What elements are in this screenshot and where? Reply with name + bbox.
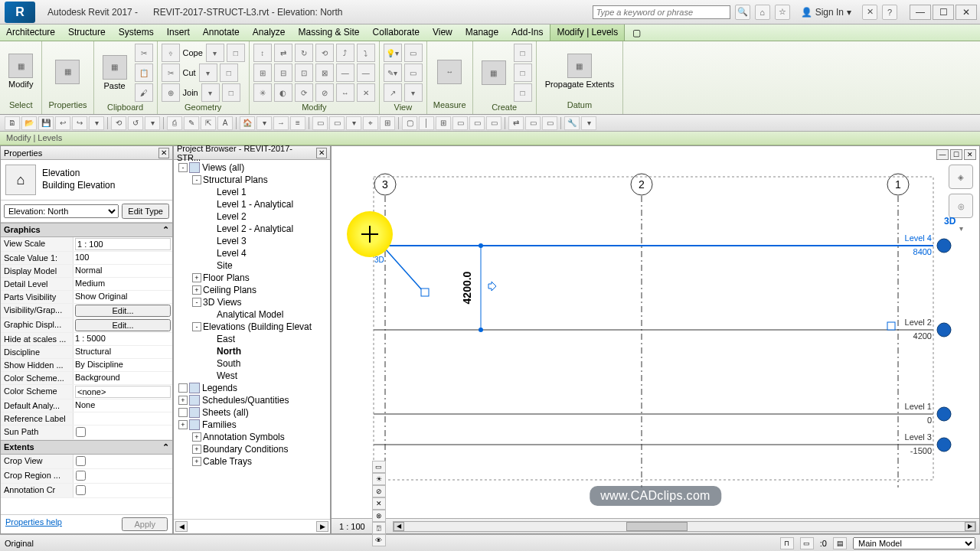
tree-item-level-2-analytical[interactable]: Level 2 - Analytical [175,223,328,235]
measure-button[interactable]: ↔ [432,57,467,86]
ribbon-tool-button[interactable]: ⟳ [295,83,313,102]
tree-item-east[interactable]: East [175,333,328,345]
instance-selector[interactable]: Elevation: North [4,204,119,218]
search-input[interactable] [593,5,730,19]
ribbon-tool-button[interactable]: — [336,64,354,82]
type-selector[interactable]: ⌂ Elevation Building Elevation [1,160,172,201]
properties-button[interactable]: ▦ [50,57,85,86]
ribbon-small-button[interactable]: ▾ [206,44,224,62]
tree-toggle-icon[interactable]: + [192,285,201,295]
tree-item-site[interactable]: Site [175,259,328,272]
prop-edit-button[interactable]: Edit... [75,319,171,331]
qat-button[interactable]: ▾ [346,116,361,130]
tree-item-level-4[interactable]: Level 4 [175,247,328,259]
minimize-button[interactable]: — [910,5,931,20]
tab-architecture[interactable]: Architecture [0,24,62,41]
tree-item-west[interactable]: West [175,370,328,382]
qat-button[interactable]: ▢ [402,116,417,130]
prop-value[interactable]: 1 : 5000 [74,333,172,345]
prop-checkbox[interactable] [76,485,86,495]
viewbar-button[interactable]: ☀ [372,473,386,485]
qat-button[interactable]: ▾ [581,116,596,130]
ribbon-small-button[interactable]: □ [514,83,532,102]
qat-button[interactable]: ▭ [486,116,501,130]
qat-button[interactable]: A [217,116,233,130]
prop-value[interactable]: By Discipline [74,359,172,371]
tree-item-south[interactable]: South [175,357,328,370]
ribbon-small-button[interactable]: ▾ [199,64,217,82]
ribbon-small-button[interactable]: □ [227,44,245,62]
ribbon-tool-button[interactable]: — [357,64,375,82]
browser-close-icon[interactable]: ✕ [316,148,327,158]
ribbon-tool-button[interactable]: ⤴ [336,44,354,62]
qat-button[interactable]: 🏠 [240,116,255,130]
qat-button[interactable]: ⊞ [436,116,451,130]
view-scale[interactable]: 1 : 100 [335,522,370,531]
prop-checkbox[interactable] [76,427,86,437]
scroll-right-icon[interactable]: ▶ [965,522,975,531]
ribbon-small-button[interactable]: ↗ [384,83,402,102]
maximize-button[interactable]: ☐ [933,5,954,20]
prop-value[interactable]: Edit... [74,304,172,318]
ribbon-tool-button[interactable]: ↔ [336,83,354,102]
ribbon-small-button[interactable]: ▾ [404,83,423,102]
qat-button[interactable]: ✎ [184,116,199,130]
ribbon-tool-button[interactable]: ⇄ [274,44,292,62]
tree-toggle-icon[interactable]: - [192,175,201,184]
apply-button[interactable]: Apply [122,517,168,531]
tree-item-north[interactable]: North [175,345,328,357]
qat-button[interactable]: ↩ [55,116,70,130]
qat-button[interactable]: ▭ [469,116,485,130]
viewbar-button[interactable]: ⍰ [372,522,386,534]
tree-item-level-2[interactable]: Level 2 [175,210,328,223]
prop-value[interactable] [74,237,172,251]
qat-button[interactable]: 🗎 [5,116,20,130]
horizontal-scrollbar[interactable]: ◀ ▶ [393,521,976,532]
qat-button[interactable]: ▭ [452,116,468,130]
qat-button[interactable]: ⟲ [111,116,126,130]
create-button[interactable]: ▦ [476,58,511,87]
qat-button[interactable]: ▭ [312,116,328,130]
prop-group-extents[interactable]: Extents⌃ [1,440,172,455]
viewbar-button[interactable]: ⊗ [372,510,386,522]
prop-value[interactable]: Medium [74,278,172,290]
tree-item-schedules-quantities[interactable]: +Schedules/Quantities [175,394,328,406]
tree-scroll-right[interactable]: ▶ [316,521,328,532]
qat-button[interactable]: ⎙ [167,116,182,130]
scroll-thumb[interactable] [626,522,688,531]
tab-analyze[interactable]: Analyze [247,24,292,41]
ribbon-tool-button[interactable]: ⤵ [357,44,375,62]
prop-value[interactable]: Background [74,372,172,384]
qat-button[interactable]: 💾 [38,116,54,130]
ribbon-tool-button[interactable]: ↕ [253,44,272,62]
tree-item-analytical-model[interactable]: Analytical Model [175,308,328,321]
qat-button[interactable]: ⇄ [508,116,524,130]
ribbon-small-button[interactable]: □ [220,64,238,82]
app-logo[interactable]: R [5,2,35,23]
tab-add-ins[interactable]: Add-Ins [505,24,550,41]
prop-value[interactable] [74,385,172,399]
elevation-view[interactable]: 321Level 48400Level 24200Level 10Level 3… [332,146,979,533]
prop-value[interactable] [74,425,172,439]
prop-value[interactable]: Structural [74,346,172,358]
prop-input[interactable] [75,386,171,398]
ribbon-tool-button[interactable]: ⟲ [315,44,334,62]
qat-button[interactable]: ⌖ [363,116,378,130]
search-go-icon[interactable]: 🔍 [735,5,750,20]
ribbon-small-button[interactable]: 🖌 [135,83,153,102]
tree-item-views-all-[interactable]: -Views (all) [175,161,328,174]
ribbon-cut-icon[interactable]: ✂ [162,64,180,82]
qat-button[interactable]: ≡ [290,116,305,130]
tree-item-legends[interactable]: Legends [175,382,328,394]
tree-toggle-icon[interactable]: - [192,322,201,331]
signin-button[interactable]: 👤 Sign In ▾ [801,7,851,18]
qat-button[interactable]: → [273,116,289,130]
qat-button[interactable]: 📂 [21,116,37,130]
tree-toggle-icon[interactable]: + [192,457,201,466]
prop-value[interactable]: Normal [74,265,172,277]
tab-manage[interactable]: Manage [459,24,505,41]
tree-toggle-icon[interactable]: - [192,298,201,307]
prop-value[interactable] [74,412,172,425]
tree-toggle-icon[interactable]: - [178,163,188,172]
qat-button[interactable]: 🔧 [564,116,580,130]
